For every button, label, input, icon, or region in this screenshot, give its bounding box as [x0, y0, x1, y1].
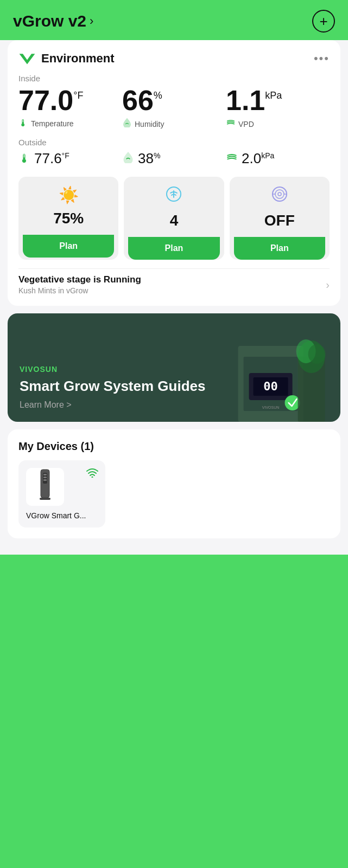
temp-value: 77.0°F — [18, 86, 83, 114]
filter-icon — [271, 185, 288, 207]
temp-label: Temperature — [31, 119, 74, 128]
vpd-icon — [226, 118, 236, 130]
svg-point-4 — [278, 192, 281, 196]
env-card-header: Environment ••• — [18, 51, 330, 66]
device-name: VGrow Smart G... — [26, 511, 86, 520]
inside-vpd: 1.1kPa VPD — [226, 86, 330, 130]
device-card[interactable]: VGrow Smart G... — [18, 460, 105, 528]
inside-temperature: 77.0°F 🌡 Temperature — [18, 86, 122, 129]
watering-stat-card: 4 Plan — [124, 177, 224, 260]
stat-cards-row: ☀️ 75% Plan 4 Plan — [18, 177, 330, 260]
watering-plan-button[interactable]: Plan — [128, 237, 219, 260]
svg-rect-21 — [43, 474, 47, 475]
humidity-value: 66% — [122, 86, 162, 114]
environment-title: Environment — [41, 52, 114, 66]
svg-rect-23 — [43, 479, 47, 481]
main-content: Environment ••• Inside 77.0°F 🌡 Temperat… — [0, 40, 348, 555]
env-title-row: Environment — [18, 51, 114, 66]
plant-icon — [165, 185, 182, 207]
wifi-icon — [86, 467, 99, 480]
humidity-label-row: Humidity — [122, 118, 164, 130]
filter-stat-card: OFF Plan — [230, 177, 330, 260]
vpd-label: VPD — [238, 120, 254, 128]
header-chevron-icon[interactable]: › — [90, 14, 93, 28]
inside-humidity: 66% Humidity — [122, 86, 226, 130]
svg-point-3 — [275, 190, 284, 198]
vpd-label-row: VPD — [226, 118, 254, 130]
device-image-area — [26, 468, 64, 506]
stage-title: Vegetative stage is Running — [18, 274, 141, 285]
vpd-value: 1.1kPa — [226, 86, 282, 114]
devices-title: My Devices (1) — [18, 440, 330, 453]
outside-humidity-icon — [122, 151, 134, 166]
outside-humidity-value: 38% — [138, 150, 160, 167]
outside-thermometer-icon: 🌡 — [18, 152, 30, 166]
banner-card[interactable]: VIVOSUN Smart Grow System Guides Learn M… — [8, 313, 340, 422]
watering-value: 4 — [170, 212, 179, 229]
outside-readings-row: 🌡 77.6°F 38% — [18, 150, 330, 167]
environment-card: Environment ••• Inside 77.0°F 🌡 Temperat… — [8, 40, 340, 306]
outside-label: Outside — [18, 138, 330, 147]
devices-list: VGrow Smart G... — [18, 460, 330, 528]
humidity-unit: % — [154, 91, 162, 100]
outside-humidity-unit: % — [154, 151, 160, 160]
stage-row[interactable]: Vegetative stage is Running Kush Mints i… — [18, 268, 330, 295]
thermometer-icon: 🌡 — [18, 118, 28, 129]
stage-subtitle: Kush Mints in vGrow — [18, 286, 141, 295]
svg-marker-0 — [20, 54, 35, 64]
vgrow-device-icon — [34, 468, 56, 506]
env-menu-button[interactable]: ••• — [314, 52, 330, 66]
learn-more-link[interactable]: Learn More > — [20, 400, 328, 410]
add-icon: + — [319, 13, 327, 30]
temp-unit: °F — [73, 91, 83, 100]
stage-info: Vegetative stage is Running Kush Mints i… — [18, 274, 141, 295]
light-stat-card: ☀️ 75% Plan — [18, 177, 118, 260]
svg-rect-22 — [43, 477, 47, 478]
outside-vpd-icon — [226, 151, 238, 166]
light-value: 75% — [53, 210, 84, 227]
filter-value: OFF — [264, 212, 295, 229]
outside-temp-value: 77.6°F — [34, 150, 69, 167]
banner-content: VIVOSUN Smart Grow System Guides Learn M… — [8, 353, 340, 422]
humidity-icon — [122, 118, 132, 130]
temp-label-row: 🌡 Temperature — [18, 118, 74, 129]
vivosun-logo-text: VIVOSUN — [20, 365, 58, 374]
outside-temperature: 🌡 77.6°F — [18, 150, 122, 167]
outside-humidity: 38% — [122, 150, 226, 167]
inside-label: Inside — [18, 74, 330, 83]
outside-vpd: 2.0kPa — [226, 150, 330, 167]
outside-vpd-value: 2.0kPa — [242, 150, 274, 167]
header-title-row: vGrow v2 › — [13, 12, 93, 30]
inside-readings-row: 77.0°F 🌡 Temperature 66% Humidity — [18, 86, 330, 130]
outside-temp-unit: °F — [62, 151, 69, 160]
light-plan-button[interactable]: Plan — [23, 235, 114, 258]
app-header: vGrow v2 › + — [0, 0, 348, 40]
filter-plan-button[interactable]: Plan — [234, 237, 325, 260]
stage-chevron-icon: › — [326, 279, 330, 291]
banner-brand: VIVOSUN — [20, 365, 328, 374]
humidity-label: Humidity — [135, 120, 164, 128]
devices-section: My Devices (1) — [8, 429, 340, 538]
banner-title: Smart Grow System Guides — [20, 378, 328, 395]
app-title: vGrow v2 — [13, 12, 86, 30]
svg-rect-24 — [40, 498, 50, 500]
outside-vpd-unit: kPa — [261, 151, 274, 160]
add-button[interactable]: + — [312, 10, 335, 33]
svg-point-18 — [92, 477, 93, 478]
vgrow-logo-icon — [18, 51, 36, 66]
sun-icon: ☀️ — [59, 185, 79, 204]
vpd-unit: kPa — [265, 91, 282, 100]
